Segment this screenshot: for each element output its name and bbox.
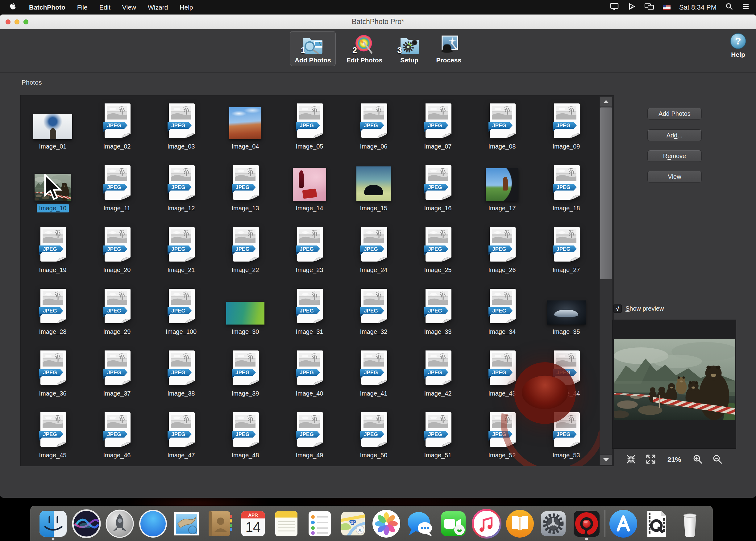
- photo-item-image_24[interactable]: JPEG Image_24: [342, 222, 406, 283]
- photo-thumbnail[interactable]: JPEG: [295, 103, 324, 139]
- dock-siri-icon[interactable]: [71, 508, 102, 539]
- zoom-button[interactable]: [23, 19, 28, 24]
- photo-thumbnail[interactable]: JPEG: [552, 226, 581, 263]
- toolbar-help-button[interactable]: ? Help: [729, 32, 747, 58]
- dock-system-preferences-icon[interactable]: [538, 508, 569, 539]
- photo-thumbnail[interactable]: JPEG: [552, 165, 581, 201]
- photo-thumbnail[interactable]: JPEG: [424, 226, 452, 263]
- show-preview-checkbox[interactable]: √: [614, 304, 622, 313]
- photo-item-image_100[interactable]: JPEG Image_100: [149, 283, 213, 345]
- dock-mail-icon[interactable]: [171, 508, 202, 539]
- photo-thumbnail[interactable]: JPEG: [103, 412, 131, 448]
- photo-thumbnail[interactable]: JPEG: [103, 350, 131, 386]
- photo-thumbnail[interactable]: JPEG: [488, 103, 516, 139]
- photo-thumbnail[interactable]: JPEG: [295, 350, 324, 386]
- photo-item-image_30[interactable]: Image_30: [213, 283, 277, 345]
- photo-thumbnail[interactable]: JPEG: [103, 165, 131, 201]
- photo-thumbnail[interactable]: [226, 302, 264, 324]
- photo-thumbnail[interactable]: JPEG: [488, 350, 516, 386]
- photo-thumbnail[interactable]: JPEG: [39, 288, 67, 324]
- minimize-button[interactable]: [15, 19, 19, 24]
- dock-facetime-icon[interactable]: [438, 508, 469, 539]
- photo-thumbnail[interactable]: [547, 300, 586, 324]
- photo-item-image_25[interactable]: JPEG Image_25: [406, 222, 470, 283]
- dock-reminders-icon[interactable]: [304, 508, 335, 539]
- photo-item-image_11[interactable]: JPEG Image_11: [85, 160, 149, 222]
- title-bar[interactable]: BatchPhoto Pro*: [0, 15, 756, 29]
- menu-view[interactable]: View: [122, 4, 136, 11]
- photo-thumbnail[interactable]: JPEG: [360, 412, 388, 448]
- photo-thumbnail[interactable]: [357, 167, 391, 201]
- photo-item-image_01[interactable]: Image_01: [21, 98, 85, 160]
- spotlight-search-icon[interactable]: [725, 2, 733, 12]
- photo-item-image_16[interactable]: JPEG Image_16: [406, 160, 470, 222]
- photo-thumbnail[interactable]: JPEG: [167, 226, 195, 263]
- photo-thumbnail[interactable]: JPEG: [424, 288, 452, 324]
- zoom-out-button[interactable]: [712, 454, 723, 466]
- sidebar-view-button[interactable]: View: [647, 171, 702, 183]
- presenter-icon[interactable]: [628, 2, 635, 12]
- toolbar-edit-photos-button[interactable]: 2 Edit Photos: [342, 31, 387, 66]
- toolbar-add-photos-button[interactable]: 1 Add Photos: [290, 31, 336, 66]
- photo-item-image_03[interactable]: JPEG Image_03: [149, 98, 213, 160]
- dock-messages-icon[interactable]: [404, 508, 435, 539]
- photo-item-image_51[interactable]: JPEG Image_51: [406, 407, 470, 466]
- photo-item-image_07[interactable]: JPEG Image_07: [406, 98, 470, 160]
- scrollbar-down-button[interactable]: [600, 454, 612, 465]
- photo-thumbnail[interactable]: [35, 174, 71, 201]
- display-icon[interactable]: [610, 2, 619, 12]
- dock-batchphoto-icon[interactable]: [571, 508, 602, 539]
- dock-quicktime-icon[interactable]: [641, 508, 672, 539]
- photo-thumbnail[interactable]: JPEG: [167, 412, 195, 448]
- photo-thumbnail[interactable]: JPEG: [424, 165, 452, 201]
- photo-item-image_04[interactable]: Image_04: [213, 98, 277, 160]
- photo-thumbnail[interactable]: JPEG: [424, 350, 452, 386]
- zoom-in-button[interactable]: [692, 454, 703, 466]
- photo-item-image_06[interactable]: JPEG Image_06: [342, 98, 406, 160]
- fit-to-window-button[interactable]: [626, 454, 636, 466]
- photo-thumbnail[interactable]: JPEG: [360, 288, 388, 324]
- photo-item-image_09[interactable]: JPEG Image_09: [534, 98, 598, 160]
- photo-item-image_49[interactable]: JPEG Image_49: [277, 407, 342, 466]
- apple-menu-icon[interactable]: [9, 2, 16, 12]
- photo-thumbnail[interactable]: JPEG: [424, 412, 452, 448]
- dock-app-store-icon[interactable]: [608, 508, 639, 539]
- photo-thumbnail[interactable]: JPEG: [231, 165, 260, 201]
- photo-thumbnail[interactable]: JPEG: [360, 226, 388, 263]
- photo-thumbnail[interactable]: JPEG: [103, 226, 131, 263]
- photo-thumbnail[interactable]: JPEG: [424, 103, 452, 139]
- photo-thumbnail[interactable]: JPEG: [231, 412, 260, 448]
- photo-item-image_41[interactable]: JPEG Image_41: [342, 345, 406, 407]
- photo-item-image_10[interactable]: Image_10: [21, 160, 85, 222]
- photo-item-image_14[interactable]: Image_14: [277, 160, 342, 222]
- photo-item-image_31[interactable]: JPEG Image_31: [277, 283, 342, 345]
- vertical-scrollbar[interactable]: [600, 96, 613, 465]
- menu-help[interactable]: Help: [179, 4, 193, 11]
- photo-item-image_40[interactable]: JPEG Image_40: [277, 345, 342, 407]
- photo-item-image_45[interactable]: JPEG Image_45: [21, 407, 85, 466]
- photo-item-image_35[interactable]: Image_35: [534, 283, 598, 345]
- photo-thumbnail[interactable]: JPEG: [231, 350, 260, 386]
- photo-item-image_13[interactable]: JPEG Image_13: [213, 160, 277, 222]
- photo-thumbnail[interactable]: JPEG: [167, 350, 195, 386]
- photo-thumbnail[interactable]: JPEG: [103, 103, 131, 139]
- photo-thumbnail[interactable]: JPEG: [295, 288, 324, 324]
- dock-safari-icon[interactable]: [137, 508, 168, 539]
- photo-item-image_38[interactable]: JPEG Image_38: [149, 345, 213, 407]
- photo-item-image_05[interactable]: JPEG Image_05: [277, 98, 342, 160]
- photo-thumbnail[interactable]: JPEG: [39, 350, 67, 386]
- photo-thumbnail[interactable]: [293, 168, 326, 201]
- us-flag-icon[interactable]: [663, 5, 670, 10]
- photo-item-image_23[interactable]: JPEG Image_23: [277, 222, 342, 283]
- dock-notes-icon[interactable]: [271, 508, 302, 539]
- photo-thumbnail[interactable]: JPEG: [167, 165, 195, 201]
- photo-item-image_48[interactable]: JPEG Image_48: [213, 407, 277, 466]
- photo-thumbnail[interactable]: JPEG: [39, 412, 67, 448]
- photo-thumbnail[interactable]: JPEG: [360, 350, 388, 386]
- photo-item-image_37[interactable]: JPEG Image_37: [85, 345, 149, 407]
- dock-ibooks-icon[interactable]: [505, 508, 535, 539]
- photo-item-image_08[interactable]: JPEG Image_08: [470, 98, 534, 160]
- dock-photos-icon[interactable]: [371, 508, 402, 539]
- photo-thumbnail[interactable]: JPEG: [295, 226, 324, 263]
- photo-item-image_22[interactable]: JPEG Image_22: [213, 222, 277, 283]
